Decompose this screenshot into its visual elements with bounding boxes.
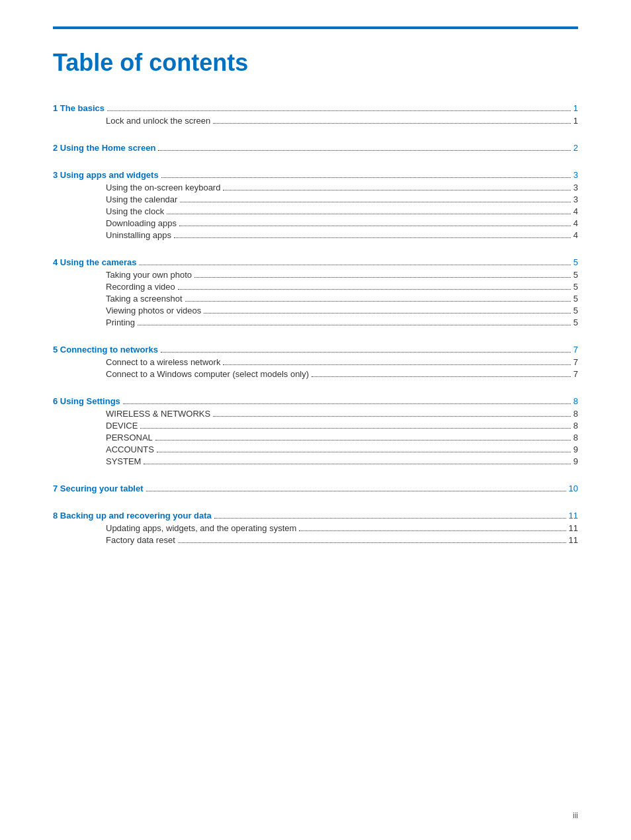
section-page-3-2: 4 (573, 206, 578, 216)
section-row-1-0[interactable]: Lock and unlock the screen1 (53, 116, 578, 126)
section-dots-3-1 (180, 202, 570, 202)
section-label-6-3: ACCOUNTS (106, 444, 154, 454)
chapter-spacer-1 (53, 138, 578, 143)
chapter-label-5: 5 Connecting to networks (53, 345, 158, 355)
chapter-label-3: 3 Using apps and widgets (53, 170, 159, 180)
chapter-row-6[interactable]: 6 Using Settings8 (53, 396, 578, 406)
section-dots-6-2 (155, 440, 571, 441)
toc-chapter-3[interactable]: 3 Using apps and widgets3Using the on-sc… (53, 170, 578, 240)
section-page-6-1: 8 (573, 421, 578, 431)
section-row-6-1[interactable]: DEVICE8 (53, 421, 578, 431)
toc-chapter-8[interactable]: 8 Backing up and recovering your data11U… (53, 511, 578, 545)
section-label-3-4: Uninstalling apps (106, 230, 171, 240)
toc-chapter-1[interactable]: 1 The basics1Lock and unlock the screen1 (53, 103, 578, 126)
section-dots-4-0 (194, 277, 571, 278)
section-page-3-0: 3 (573, 183, 578, 192)
section-page-4-0: 5 (573, 270, 578, 280)
section-label-5-1: Connect to a Windows computer (select mo… (106, 369, 309, 379)
section-row-4-4[interactable]: Printing5 (53, 317, 578, 327)
footer-page-number: iii (573, 811, 578, 820)
chapter-dots-8 (214, 518, 566, 519)
section-label-8-0: Updating apps, widgets, and the operatin… (106, 523, 296, 533)
chapter-spacer-4 (53, 339, 578, 345)
section-dots-5-0 (223, 364, 570, 365)
toc-container: 1 The basics1Lock and unlock the screen1… (53, 103, 578, 562)
section-dots-6-1 (140, 428, 570, 429)
chapter-dots-1 (107, 110, 571, 111)
chapter-dots-2 (158, 150, 570, 151)
section-page-6-3: 9 (573, 444, 578, 454)
section-page-3-3: 4 (573, 218, 578, 228)
toc-chapter-7[interactable]: 7 Securing your tablet10 (53, 483, 578, 493)
section-page-3-4: 4 (573, 230, 578, 240)
section-label-6-4: SYSTEM (106, 456, 141, 466)
chapter-dots-4 (139, 265, 570, 265)
section-page-6-4: 9 (573, 456, 578, 466)
section-dots-4-4 (138, 325, 571, 325)
section-page-3-1: 3 (573, 194, 578, 204)
section-label-3-2: Using the clock (106, 206, 164, 216)
chapter-spacer-3 (53, 252, 578, 257)
chapter-label-8: 8 Backing up and recovering your data (53, 511, 212, 521)
chapter-spacer-8 (53, 557, 578, 562)
section-row-3-1[interactable]: Using the calendar3 (53, 194, 578, 204)
section-dots-4-3 (204, 313, 570, 314)
section-page-6-0: 8 (573, 409, 578, 419)
chapter-label-7: 7 Securing your tablet (53, 483, 144, 493)
section-label-6-1: DEVICE (106, 421, 138, 431)
section-row-3-0[interactable]: Using the on-screen keyboard3 (53, 183, 578, 192)
section-row-6-4[interactable]: SYSTEM9 (53, 456, 578, 466)
section-label-4-3: Viewing photos or videos (106, 306, 201, 315)
toc-chapter-6[interactable]: 6 Using Settings8WIRELESS & NETWORKS8DEV… (53, 396, 578, 466)
chapter-row-1[interactable]: 1 The basics1 (53, 103, 578, 113)
chapter-row-8[interactable]: 8 Backing up and recovering your data11 (53, 511, 578, 521)
section-dots-6-4 (144, 464, 570, 464)
section-row-5-1[interactable]: Connect to a Windows computer (select mo… (53, 369, 578, 379)
section-label-8-1: Factory data reset (106, 535, 175, 545)
section-row-3-2[interactable]: Using the clock4 (53, 206, 578, 216)
chapter-label-4: 4 Using the cameras (53, 257, 136, 267)
section-page-4-2: 5 (573, 294, 578, 304)
section-row-3-4[interactable]: Uninstalling apps4 (53, 230, 578, 240)
chapter-page-7: 10 (569, 483, 578, 493)
section-label-5-0: Connect to a wireless network (106, 357, 220, 367)
chapter-row-7[interactable]: 7 Securing your tablet10 (53, 483, 578, 493)
section-label-6-0: WIRELESS & NETWORKS (106, 409, 210, 419)
section-label-6-2: PERSONAL (106, 433, 153, 442)
section-label-3-0: Using the on-screen keyboard (106, 183, 220, 192)
toc-chapter-5[interactable]: 5 Connecting to networks7Connect to a wi… (53, 345, 578, 379)
section-dots-5-1 (312, 376, 571, 377)
chapter-spacer-6 (53, 478, 578, 483)
section-row-6-3[interactable]: ACCOUNTS9 (53, 444, 578, 454)
chapter-page-2: 2 (573, 143, 578, 153)
chapter-spacer-2 (53, 165, 578, 170)
chapter-page-3: 3 (573, 170, 578, 180)
chapter-row-3[interactable]: 3 Using apps and widgets3 (53, 170, 578, 180)
section-row-8-1[interactable]: Factory data reset11 (53, 535, 578, 545)
chapter-dots-5 (161, 352, 571, 353)
chapter-page-4: 5 (573, 257, 578, 267)
section-label-4-4: Printing (106, 317, 135, 327)
chapter-row-5[interactable]: 5 Connecting to networks7 (53, 345, 578, 355)
section-row-6-2[interactable]: PERSONAL8 (53, 433, 578, 442)
section-row-4-3[interactable]: Viewing photos or videos5 (53, 306, 578, 315)
toc-chapter-4[interactable]: 4 Using the cameras5Taking your own phot… (53, 257, 578, 327)
chapter-row-4[interactable]: 4 Using the cameras5 (53, 257, 578, 267)
chapter-page-8: 11 (569, 511, 578, 521)
section-dots-3-3 (179, 226, 571, 226)
section-label-4-2: Taking a screenshot (106, 294, 183, 304)
section-label-4-1: Recording a video (106, 282, 175, 292)
section-row-6-0[interactable]: WIRELESS & NETWORKS8 (53, 409, 578, 419)
section-dots-6-3 (157, 452, 571, 452)
section-dots-8-0 (299, 530, 566, 531)
section-row-4-1[interactable]: Recording a video5 (53, 282, 578, 292)
section-row-3-3[interactable]: Downloading apps4 (53, 218, 578, 228)
toc-chapter-2[interactable]: 2 Using the Home screen2 (53, 143, 578, 153)
section-row-8-0[interactable]: Updating apps, widgets, and the operatin… (53, 523, 578, 533)
section-row-4-0[interactable]: Taking your own photo5 (53, 270, 578, 280)
section-row-4-2[interactable]: Taking a screenshot5 (53, 294, 578, 304)
chapter-row-2[interactable]: 2 Using the Home screen2 (53, 143, 578, 153)
section-row-5-0[interactable]: Connect to a wireless network7 (53, 357, 578, 367)
section-page-5-0: 7 (573, 357, 578, 367)
section-page-4-4: 5 (573, 317, 578, 327)
